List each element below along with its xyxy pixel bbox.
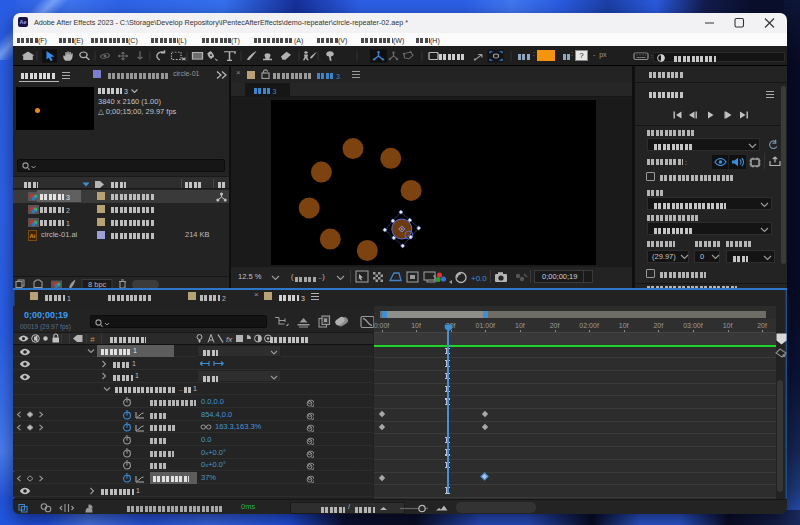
svg-text:#: # (90, 335, 95, 344)
svg-text:fx: fx (226, 335, 233, 344)
svg-text:+0.0: +0.0 (471, 274, 487, 283)
